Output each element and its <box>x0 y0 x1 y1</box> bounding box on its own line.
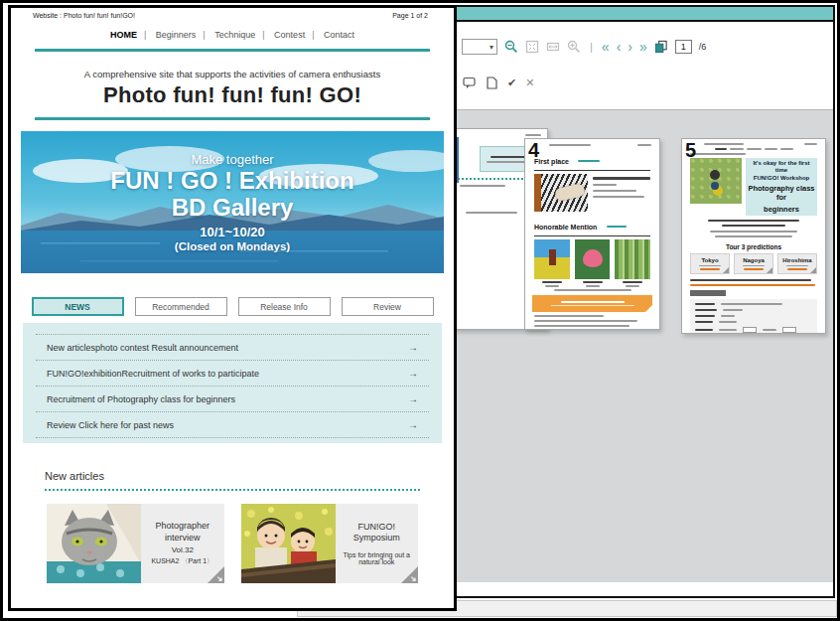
card-title: Photographer interview <box>145 521 220 543</box>
nav-separator: | <box>144 30 146 40</box>
site-nav: HOME| Beginners| Technique| Contest| Con… <box>11 30 454 40</box>
news-item-3[interactable]: Recruitment of Photography class for beg… <box>36 387 429 412</box>
zoom-level-dropdown[interactable]: ▾ <box>462 39 497 55</box>
arrow-right-icon: → <box>408 393 418 404</box>
page4-mention-photo-2 <box>575 239 611 279</box>
new-articles-heading: New articles <box>45 470 420 482</box>
hero-banner-text: Make together FUN ! GO ! Exhibition BD G… <box>21 131 444 273</box>
page-number-input[interactable]: 1 <box>675 40 692 54</box>
page5-number: 5 <box>685 140 696 160</box>
tab-release-info[interactable]: Release Info <box>238 297 331 316</box>
print-header: Website : Photo fun! fun! fun!GO! Page 1… <box>11 8 454 19</box>
tab-recommended[interactable]: Recommended <box>135 297 227 316</box>
page5-tour-heading: Tour 3 predictions <box>682 243 825 250</box>
cat-photo <box>47 504 141 583</box>
page4-mention-photo-1 <box>534 239 570 279</box>
banner-title-line2: BD Gallery <box>172 195 294 221</box>
banner-dates: 10/1~10/20 <box>200 225 264 239</box>
nav-item-contact[interactable]: Contact <box>317 30 361 40</box>
new-articles-dotted-rule <box>45 489 420 491</box>
nav-separator: | <box>262 30 264 40</box>
nav-separator: | <box>203 30 205 40</box>
site-preview-window: Website : Photo fun! fun! fun!GO! Page 1… <box>8 5 457 611</box>
note-page-icon[interactable] <box>485 76 498 89</box>
pages-overview-icon[interactable] <box>654 40 668 54</box>
page5-hero-photo <box>690 158 742 204</box>
page4-next-theme-banner <box>532 295 652 312</box>
teal-divider-under-title <box>35 117 430 120</box>
site-tagline: A comprehensive site that supports the a… <box>11 69 454 79</box>
page5-details-table <box>690 299 817 334</box>
toolbar-separator: | <box>588 41 595 53</box>
banner-eyebrow: Make together <box>191 152 273 167</box>
article-card-interview[interactable]: Photographer interview Vol.32 KUSHA2 〈Pa… <box>47 504 224 583</box>
news-item-2[interactable]: FUN!GO!exhibitionRecruitment of works to… <box>36 361 429 387</box>
news-item-1[interactable]: New articlesphoto contest Result announc… <box>36 334 429 361</box>
page4-first-place-photo <box>534 174 588 212</box>
last-page-button[interactable]: » <box>639 40 647 54</box>
next-page-button[interactable]: › <box>628 40 632 54</box>
new-articles-section: New articles <box>45 470 420 491</box>
tab-news[interactable]: NEWS <box>32 297 124 316</box>
card-line3: Tips for bringing out a natural look <box>340 551 415 565</box>
news-tabs: NEWS Recommended Release Info Review <box>11 297 454 316</box>
news-item-text: Recruitment of Photography class for beg… <box>47 394 235 404</box>
tab-review[interactable]: Review <box>342 297 434 316</box>
card-title: FUN!GO! Symposium <box>340 522 415 544</box>
article-card-symposium[interactable]: FUN!GO! Symposium Tips for bringing out … <box>241 504 419 583</box>
zoom-in-icon[interactable] <box>567 40 581 54</box>
nav-item-beginners[interactable]: Beginners <box>149 30 204 40</box>
card-line2: Vol.32 <box>172 545 194 554</box>
previous-page-button[interactable]: ‹ <box>617 40 622 54</box>
news-item-4[interactable]: Review Click here for past news → <box>36 412 429 438</box>
cross-tool-icon[interactable]: ✕ <box>525 77 534 89</box>
nav-item-technique[interactable]: Technique <box>208 30 262 40</box>
page5-city-hiroshima: Hiroshima <box>777 253 817 274</box>
children-photo <box>241 504 336 583</box>
first-page-button[interactable]: « <box>602 40 610 54</box>
fit-page-icon[interactable] <box>525 40 539 54</box>
arrow-right-icon: → <box>408 419 418 430</box>
banner-closed-note: (Closed on Mondays) <box>175 240 290 252</box>
news-item-text: Review Click here for past news <box>47 420 174 430</box>
teal-divider-top <box>35 49 430 52</box>
print-header-right: Page 1 of 2 <box>392 12 428 19</box>
card-line3: KUSHA2 〈Part 1〉 <box>151 556 213 566</box>
nav-item-home[interactable]: HOME <box>103 30 144 40</box>
site-title: Photo fun! fun! fun! GO! <box>11 82 454 108</box>
thumbnail-page-4[interactable]: 4 First place Honor <box>524 138 660 330</box>
page5-label-chip <box>690 290 726 296</box>
news-item-text: New articlesphoto contest Result announc… <box>47 343 238 353</box>
zoom-out-icon[interactable] <box>504 40 518 54</box>
nav-item-contest[interactable]: Contest <box>267 30 312 40</box>
page-total-label: /6 <box>699 42 707 52</box>
print-header-left: Website : Photo fun! fun! fun!GO! <box>33 12 135 19</box>
thumbnail-page-5[interactable]: 5 It's okay for the first time FUN!GO! W… <box>681 138 826 334</box>
arrow-right-icon: → <box>408 342 418 353</box>
hero-banner[interactable]: Make together FUN ! GO ! Exhibition BD G… <box>21 131 444 273</box>
banner-title-line1: FUN ! GO ! Exhibition <box>110 168 353 194</box>
chevron-down-icon: ▾ <box>490 43 493 52</box>
page5-workshop-box: It's okay for the first time FUN!GO! Wor… <box>746 158 817 216</box>
fit-width-icon[interactable] <box>546 40 560 54</box>
news-panel: New articlesphoto contest Result announc… <box>23 323 442 443</box>
screenshot-root: ▾ | « ‹ › » 1 /6 <box>0 0 840 621</box>
page4-number: 4 <box>528 140 539 160</box>
page5-city-tokyo: Tokyo <box>690 253 730 274</box>
nav-separator: | <box>312 30 314 40</box>
page4-honorable-heading: Honorable Mention <box>534 224 597 231</box>
arrow-right-icon: → <box>408 368 418 379</box>
page4-first-place-heading: First place <box>534 158 569 165</box>
news-item-text: FUN!GO!exhibitionRecruitment of works to… <box>47 369 259 379</box>
check-tool-icon[interactable]: ✔ <box>507 77 516 89</box>
article-cards: Photographer interview Vol.32 KUSHA2 〈Pa… <box>47 504 418 583</box>
page5-city-nagoya: Nagoya <box>734 253 773 274</box>
comment-bubble-icon[interactable] <box>462 76 476 89</box>
page4-mention-photo-3 <box>615 239 650 279</box>
